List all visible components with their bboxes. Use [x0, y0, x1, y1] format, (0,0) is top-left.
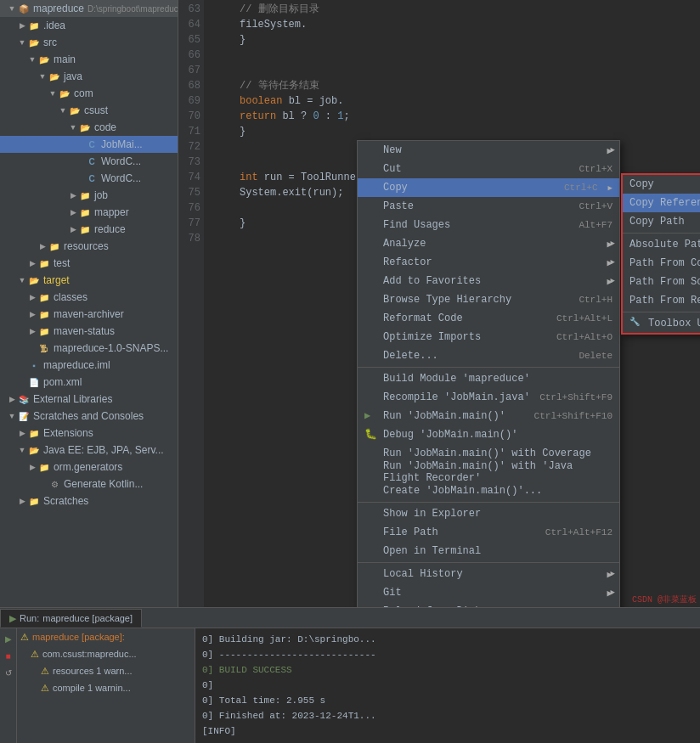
menu-label: Add to Favorites [383, 275, 481, 287]
tree-label: mapreduce [33, 3, 84, 14]
menu-item-new[interactable]: New ▶ [358, 141, 619, 160]
tree-item-reduce[interactable]: 📁 reduce [0, 221, 178, 238]
scratch-icon: 📝 [17, 409, 31, 423]
arrow-icon [17, 20, 27, 31]
menu-label: Open in Terminal [383, 545, 481, 557]
menu-label: Show in Explorer [383, 508, 481, 520]
shortcut: Ctrl+X [579, 164, 612, 174]
menu-label: Run 'JobMain.main()' with 'Java Flight R… [383, 460, 612, 484]
tree-item-job[interactable]: 📁 job [0, 187, 178, 204]
menu-item-copy[interactable]: Copy Ctrl+C ▶ [358, 178, 619, 197]
reload-icon: ↺ [364, 605, 378, 607]
tree-item-main[interactable]: 📂 main [0, 51, 178, 68]
run-tree-item-compile[interactable]: ⚠ compile 1 warnin... [17, 679, 195, 696]
run-tree-item-resources[interactable]: ⚠ resources 1 warn... [17, 662, 195, 679]
tree-item-code[interactable]: 📂 code [0, 119, 178, 136]
tree-label: Java EE: EJB, JPA, Serv... [43, 444, 164, 456]
submenu-item-copy-reference[interactable]: Copy Reference Ctrl+Alt+Shift+C [623, 194, 700, 212]
tree-item-mapreduce[interactable]: 📦 mapreduce D:\springboot\mapreduce [0, 0, 178, 17]
submenu-item-copy[interactable]: Copy Ctrl+C [623, 175, 700, 194]
coverage-icon [364, 447, 378, 460]
tree-item-java-ee[interactable]: 📂 Java EE: EJB, JPA, Serv... [0, 442, 178, 459]
submenu-item-source-root[interactable]: Path From Source Root [623, 273, 700, 291]
menu-item-build-module[interactable]: Build Module 'mapreduce' [358, 369, 619, 388]
menu-item-open-terminal[interactable]: Open in Terminal [358, 542, 619, 560]
arrow-icon [27, 258, 37, 268]
menu-item-reformat[interactable]: Reformat Code Ctrl+Alt+L [358, 309, 619, 328]
menu-item-file-path[interactable]: File Path Ctrl+Alt+F12 [358, 523, 619, 542]
menu-item-run[interactable]: ▶ Run 'JobMain.main()' Ctrl+Shift+F10 [358, 407, 619, 425]
tree-item-mapper[interactable]: 📁 mapper [0, 204, 178, 221]
run-tree-label: compile 1 warnin... [53, 683, 131, 693]
menu-item-local-history[interactable]: Local History ▶ [358, 565, 619, 583]
run-tree-item-mapreduce-package[interactable]: ⚠ mapreduce [package]: [17, 628, 195, 645]
submenu-item-toolbox-url[interactable]: 🔧 Toolbox URL [623, 314, 700, 333]
tree-item-extensions[interactable]: 📁 Extensions [0, 425, 178, 442]
tree-item-maven-archiver[interactable]: 📁 maven-archiver [0, 306, 178, 323]
tree-item-com[interactable]: 📂 com [0, 85, 178, 102]
submenu-item-content-root[interactable]: Path From Content Root [623, 254, 700, 273]
menu-item-git[interactable]: Git ▶ [358, 583, 619, 602]
menu-item-paste[interactable]: Paste Ctrl+V [358, 197, 619, 216]
shortcut: Alt+F7 [579, 220, 612, 230]
tree-item-jobmain[interactable]: C JobMai... [0, 136, 178, 153]
submenu-label: Toolbox URL [648, 318, 700, 329]
tree-item-scratches-folder[interactable]: 📁 Scratches [0, 493, 178, 509]
menu-label: Copy [383, 182, 408, 194]
tree-item-wordc1[interactable]: C WordC... [0, 153, 178, 170]
tree-label: External Libraries [33, 393, 112, 405]
tree-item-scratches[interactable]: 📝 Scratches and Consoles [0, 408, 178, 425]
menu-item-analyze[interactable]: Analyze ▶ [358, 234, 619, 253]
folder-icon: 📁 [37, 290, 51, 304]
menu-item-refactor[interactable]: Refactor ▶ [358, 253, 619, 272]
menu-item-find-usages[interactable]: Find Usages Alt+F7 [358, 216, 619, 234]
submenu-item-copy-path[interactable]: Copy Path [623, 212, 700, 231]
menu-label: Paste [383, 200, 414, 212]
tree-item-external-libs[interactable]: 📚 External Libraries [0, 391, 178, 408]
copy-icon [364, 181, 378, 194]
rerun-button[interactable]: ↺ [2, 666, 15, 679]
warning-icon: ⚠ [20, 632, 29, 643]
watermark: CSDN @非菜蓝板 [632, 594, 697, 605]
tree-label: pom.xml [43, 376, 82, 388]
run-tree-item-csust[interactable]: ⚠ com.csust:mapreduc... [17, 645, 195, 662]
tree-label: java [64, 70, 82, 82]
tree-item-src[interactable]: 📂 src [0, 34, 178, 51]
menu-item-reload[interactable]: ↺ Reload from Disk [358, 602, 619, 607]
menu-item-delete[interactable]: Delete... Delete [358, 346, 619, 365]
tree-item-wordc2[interactable]: C WordC... [0, 170, 178, 187]
menu-item-optimize[interactable]: Optimize Imports Ctrl+Alt+O [358, 328, 619, 346]
play-button[interactable]: ▶ [2, 632, 15, 645]
tree-item-target[interactable]: 📂 target [0, 272, 178, 289]
menu-label: Reformat Code [383, 312, 463, 324]
tab-run[interactable]: ▶ Run: mapreduce [package] [0, 609, 142, 628]
terminal-icon [364, 544, 378, 558]
menu-item-browse-hierarchy[interactable]: Browse Type Hierarchy Ctrl+H [358, 290, 619, 309]
submenu-item-absolute-path[interactable]: Absolute Path [623, 235, 700, 254]
delete-icon [364, 349, 378, 363]
tree-item-orm-gen[interactable]: 📁 orm.generators [0, 459, 178, 476]
tree-item-classes[interactable]: 📁 classes [0, 289, 178, 306]
menu-item-recompile[interactable]: Recompile 'JobMain.java' Ctrl+Shift+F9 [358, 388, 619, 407]
menu-item-cut[interactable]: Cut Ctrl+X [358, 160, 619, 178]
tree-item-java[interactable]: 📂 java [0, 68, 178, 85]
tree-item-iml[interactable]: ▪ mapreduce.iml [0, 357, 178, 374]
menu-item-create[interactable]: Create 'JobMain.main()'... [358, 481, 619, 500]
tree-item-csust[interactable]: 📂 csust [0, 102, 178, 119]
tree-item-resources[interactable]: 📁 resources [0, 238, 178, 255]
tree-item-maven-status[interactable]: 📁 maven-status [0, 323, 178, 340]
menu-separator [358, 367, 619, 368]
tree-item-jar[interactable]: 🗜 mapreduce-1.0-SNAPS... [0, 340, 178, 357]
tree-item-gen-kotlin[interactable]: ⚙ Generate Kotlin... [0, 476, 178, 493]
submenu-item-repo-root[interactable]: Path From Repository Root [623, 291, 700, 310]
tree-item-pom[interactable]: 📄 pom.xml [0, 374, 178, 391]
menu-item-show-in-explorer[interactable]: Show in Explorer [358, 504, 619, 523]
menu-separator [358, 562, 619, 563]
menu-item-debug[interactable]: 🐛 Debug 'JobMain.main()' [358, 425, 619, 444]
tree-label: reduce [94, 223, 126, 235]
tree-item-test[interactable]: 📁 test [0, 255, 178, 272]
tree-item-idea[interactable]: 📁 .idea [0, 17, 178, 34]
menu-item-run-flight-recorder[interactable]: Run 'JobMain.main()' with 'Java Flight R… [358, 463, 619, 481]
menu-item-add-favorites[interactable]: Add to Favorites ▶ [358, 272, 619, 290]
stop-button[interactable]: ■ [2, 649, 15, 662]
